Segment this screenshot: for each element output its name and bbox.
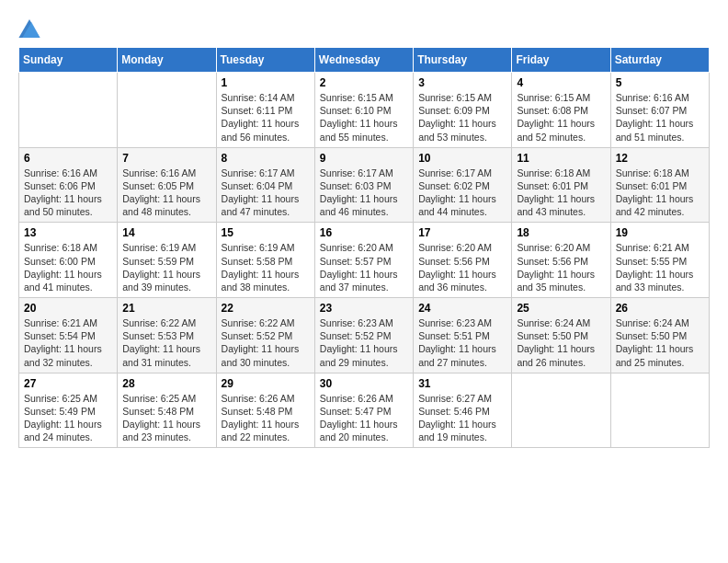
calendar-cell: 17Sunrise: 6:20 AMSunset: 5:56 PMDayligh… <box>414 223 512 298</box>
day-info: Sunrise: 6:18 AMSunset: 6:01 PMDaylight:… <box>517 167 605 219</box>
calendar-cell: 21Sunrise: 6:22 AMSunset: 5:53 PMDayligh… <box>118 298 216 373</box>
day-number: 17 <box>418 226 506 239</box>
day-info: Sunrise: 6:17 AMSunset: 6:04 PMDaylight:… <box>222 167 310 219</box>
calendar-week-2: 6Sunrise: 6:16 AMSunset: 6:06 PMDaylight… <box>19 147 710 223</box>
calendar-cell: 8Sunrise: 6:17 AMSunset: 6:04 PMDaylight… <box>216 147 314 223</box>
day-number: 28 <box>122 377 210 390</box>
calendar-cell: 23Sunrise: 6:23 AMSunset: 5:52 PMDayligh… <box>314 298 413 373</box>
day-number: 27 <box>24 377 112 390</box>
col-header-saturday: Saturday <box>610 48 709 73</box>
calendar-cell: 4Sunrise: 6:15 AMSunset: 6:08 PMDaylight… <box>512 73 610 148</box>
day-info: Sunrise: 6:17 AMSunset: 6:03 PMDaylight:… <box>320 167 408 219</box>
day-number: 5 <box>616 76 704 89</box>
calendar-cell: 26Sunrise: 6:24 AMSunset: 5:50 PMDayligh… <box>610 298 709 373</box>
day-info: Sunrise: 6:20 AMSunset: 5:56 PMDaylight:… <box>418 241 506 293</box>
day-number: 11 <box>517 152 605 165</box>
day-number: 22 <box>222 302 310 315</box>
day-info: Sunrise: 6:26 AMSunset: 5:48 PMDaylight:… <box>222 392 310 444</box>
day-number: 20 <box>24 302 112 315</box>
logo <box>18 18 44 38</box>
calendar-cell: 28Sunrise: 6:25 AMSunset: 5:48 PMDayligh… <box>118 373 216 448</box>
day-info: Sunrise: 6:18 AMSunset: 6:00 PMDaylight:… <box>24 241 112 293</box>
col-header-wednesday: Wednesday <box>314 48 413 73</box>
calendar-table: SundayMondayTuesdayWednesdayThursdayFrid… <box>18 47 710 448</box>
col-header-monday: Monday <box>118 48 216 73</box>
col-header-tuesday: Tuesday <box>216 48 314 73</box>
calendar-cell: 5Sunrise: 6:16 AMSunset: 6:07 PMDaylight… <box>610 73 709 148</box>
day-info: Sunrise: 6:16 AMSunset: 6:07 PMDaylight:… <box>616 91 704 144</box>
calendar-cell: 25Sunrise: 6:24 AMSunset: 5:50 PMDayligh… <box>512 298 610 373</box>
day-info: Sunrise: 6:15 AMSunset: 6:10 PMDaylight:… <box>320 91 408 144</box>
day-number: 19 <box>616 226 704 239</box>
calendar-cell: 6Sunrise: 6:16 AMSunset: 6:06 PMDaylight… <box>19 147 118 223</box>
day-info: Sunrise: 6:15 AMSunset: 6:08 PMDaylight:… <box>517 91 605 144</box>
calendar-cell: 18Sunrise: 6:20 AMSunset: 5:56 PMDayligh… <box>512 223 610 298</box>
calendar-week-4: 20Sunrise: 6:21 AMSunset: 5:54 PMDayligh… <box>19 298 710 373</box>
calendar-cell: 9Sunrise: 6:17 AMSunset: 6:03 PMDaylight… <box>314 147 413 223</box>
col-header-sunday: Sunday <box>19 48 118 73</box>
calendar-cell: 14Sunrise: 6:19 AMSunset: 5:59 PMDayligh… <box>118 223 216 298</box>
col-header-thursday: Thursday <box>414 48 512 73</box>
calendar-cell: 3Sunrise: 6:15 AMSunset: 6:09 PMDaylight… <box>414 73 512 148</box>
day-number: 15 <box>222 226 310 239</box>
day-number: 12 <box>616 152 704 165</box>
day-info: Sunrise: 6:14 AMSunset: 6:11 PMDaylight:… <box>222 91 310 144</box>
calendar-cell: 16Sunrise: 6:20 AMSunset: 5:57 PMDayligh… <box>314 223 413 298</box>
calendar-cell <box>610 373 709 448</box>
day-number: 16 <box>320 226 408 239</box>
calendar-cell <box>118 73 216 148</box>
day-info: Sunrise: 6:26 AMSunset: 5:47 PMDaylight:… <box>320 392 408 444</box>
calendar-cell: 1Sunrise: 6:14 AMSunset: 6:11 PMDaylight… <box>216 73 314 148</box>
calendar-cell <box>512 373 610 448</box>
calendar-cell: 30Sunrise: 6:26 AMSunset: 5:47 PMDayligh… <box>314 373 413 448</box>
col-header-friday: Friday <box>512 48 610 73</box>
day-info: Sunrise: 6:25 AMSunset: 5:49 PMDaylight:… <box>24 392 112 444</box>
day-number: 31 <box>418 377 506 390</box>
day-number: 21 <box>122 302 210 315</box>
day-info: Sunrise: 6:19 AMSunset: 5:58 PMDaylight:… <box>222 241 310 293</box>
day-number: 26 <box>616 302 704 315</box>
calendar-cell: 24Sunrise: 6:23 AMSunset: 5:51 PMDayligh… <box>414 298 512 373</box>
day-info: Sunrise: 6:17 AMSunset: 6:02 PMDaylight:… <box>418 167 506 219</box>
day-info: Sunrise: 6:16 AMSunset: 6:05 PMDaylight:… <box>122 167 210 219</box>
day-number: 14 <box>122 226 210 239</box>
day-info: Sunrise: 6:22 AMSunset: 5:53 PMDaylight:… <box>122 316 210 369</box>
day-number: 9 <box>320 152 408 165</box>
day-info: Sunrise: 6:20 AMSunset: 5:57 PMDaylight:… <box>320 241 408 293</box>
day-info: Sunrise: 6:27 AMSunset: 5:46 PMDaylight:… <box>418 392 506 444</box>
header <box>18 18 710 38</box>
calendar-cell: 29Sunrise: 6:26 AMSunset: 5:48 PMDayligh… <box>216 373 314 448</box>
day-number: 23 <box>320 302 408 315</box>
calendar-cell: 22Sunrise: 6:22 AMSunset: 5:52 PMDayligh… <box>216 298 314 373</box>
calendar-cell: 10Sunrise: 6:17 AMSunset: 6:02 PMDayligh… <box>414 147 512 223</box>
day-number: 7 <box>122 152 210 165</box>
calendar-cell: 20Sunrise: 6:21 AMSunset: 5:54 PMDayligh… <box>19 298 118 373</box>
calendar-cell: 19Sunrise: 6:21 AMSunset: 5:55 PMDayligh… <box>610 223 709 298</box>
day-info: Sunrise: 6:15 AMSunset: 6:09 PMDaylight:… <box>418 91 506 144</box>
day-info: Sunrise: 6:20 AMSunset: 5:56 PMDaylight:… <box>517 241 605 293</box>
day-info: Sunrise: 6:18 AMSunset: 6:01 PMDaylight:… <box>616 167 704 219</box>
day-number: 10 <box>418 152 506 165</box>
logo-icon <box>18 19 40 38</box>
day-info: Sunrise: 6:24 AMSunset: 5:50 PMDaylight:… <box>616 316 704 369</box>
day-number: 8 <box>222 152 310 165</box>
calendar-week-1: 1Sunrise: 6:14 AMSunset: 6:11 PMDaylight… <box>19 73 710 148</box>
day-number: 18 <box>517 226 605 239</box>
calendar-week-3: 13Sunrise: 6:18 AMSunset: 6:00 PMDayligh… <box>19 223 710 298</box>
day-number: 24 <box>418 302 506 315</box>
day-number: 13 <box>24 226 112 239</box>
calendar-cell: 11Sunrise: 6:18 AMSunset: 6:01 PMDayligh… <box>512 147 610 223</box>
day-info: Sunrise: 6:23 AMSunset: 5:52 PMDaylight:… <box>320 316 408 369</box>
day-number: 2 <box>320 76 408 89</box>
day-number: 6 <box>24 152 112 165</box>
day-number: 30 <box>320 377 408 390</box>
day-number: 1 <box>222 76 310 89</box>
day-info: Sunrise: 6:23 AMSunset: 5:51 PMDaylight:… <box>418 316 506 369</box>
day-number: 4 <box>517 76 605 89</box>
day-info: Sunrise: 6:21 AMSunset: 5:55 PMDaylight:… <box>616 241 704 293</box>
day-info: Sunrise: 6:16 AMSunset: 6:06 PMDaylight:… <box>24 167 112 219</box>
day-number: 25 <box>517 302 605 315</box>
calendar-cell: 7Sunrise: 6:16 AMSunset: 6:05 PMDaylight… <box>118 147 216 223</box>
day-number: 3 <box>418 76 506 89</box>
calendar-cell: 12Sunrise: 6:18 AMSunset: 6:01 PMDayligh… <box>610 147 709 223</box>
